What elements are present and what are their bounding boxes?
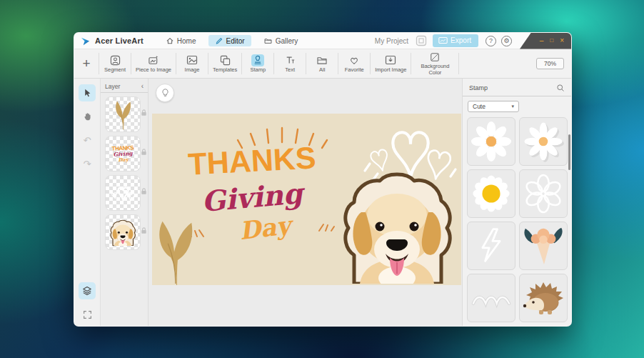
puppy-sticker[interactable] (333, 171, 461, 284)
toolbar-item-text[interactable]: Text (274, 49, 306, 78)
app-title: Acer LiveArt (95, 36, 144, 45)
undo-icon: ↶ (84, 135, 91, 146)
lightbulb-icon (161, 88, 170, 98)
background-color-icon (430, 52, 440, 62)
squiggle-stamp-icon (471, 277, 512, 319)
segment-icon (110, 55, 121, 66)
piece-to-image-icon (148, 55, 159, 66)
toolbar-item-image[interactable]: Image (176, 49, 208, 78)
text-icon (285, 55, 296, 65)
stamp-category-dropdown[interactable]: Cute ▾ (468, 101, 519, 112)
layer-item-leaf[interactable] (101, 93, 148, 132)
stamp-panel-title: Stamp (469, 84, 488, 91)
layer-item-puppy[interactable] (101, 211, 148, 250)
cursor-icon (83, 88, 92, 98)
daisy-shadow-stamp-icon (523, 121, 564, 162)
save-project-icon[interactable] (416, 35, 427, 46)
tab-home-label: Home (177, 37, 196, 45)
settings-button[interactable]: ⚙ (501, 36, 512, 46)
title-bar: Acer LiveArt Home Editor Gallery My Proj… (74, 33, 571, 49)
design-canvas[interactable]: THANKS Giving Day (152, 114, 461, 285)
layer-item-hearts[interactable] (101, 171, 148, 211)
hand-tool[interactable] (79, 108, 96, 125)
toolbar-item-templates[interactable]: Templates (208, 49, 241, 78)
import-image-icon (385, 55, 396, 65)
leaf-thumbnail (111, 99, 135, 130)
window-controls: – □ × (520, 33, 571, 49)
select-tool[interactable] (79, 84, 96, 101)
stamp-card-lightning[interactable] (467, 222, 515, 270)
stamp-category-value: Cute (473, 103, 485, 110)
home-icon (166, 36, 174, 45)
tab-gallery[interactable]: Gallery (257, 35, 305, 46)
layers-toggle[interactable] (79, 282, 96, 299)
project-name: My Project (375, 37, 408, 45)
export-button[interactable]: Export (433, 34, 478, 47)
tab-gallery-label: Gallery (276, 37, 298, 45)
lock-icon[interactable] (140, 227, 148, 234)
chevron-down-icon: ▾ (511, 104, 514, 109)
text-layer-thumbnail: THANKS Giving Day (111, 145, 134, 162)
hearts-layer-thumbnail (109, 182, 137, 204)
layers-panel-title: Layer (105, 83, 120, 90)
yellow-center-flower-stamp-icon (471, 173, 512, 214)
hand-icon (83, 111, 92, 121)
fit-screen-icon (83, 310, 92, 319)
toolbar-item-all[interactable]: All (306, 49, 338, 78)
help-icon: ? (489, 37, 493, 44)
undo-button[interactable]: ↶ (79, 131, 96, 149)
lightning-stamp-icon (471, 226, 511, 266)
layer-item-text[interactable]: THANKS Giving Day (101, 132, 148, 171)
stamp-card-bouquet[interactable] (519, 222, 568, 270)
tab-editor[interactable]: Editor (208, 35, 251, 46)
redo-button[interactable]: ↷ (79, 155, 96, 172)
layers-panel: Layer ‹ THANKS Giving Day (101, 79, 149, 327)
layers-icon (82, 286, 92, 296)
leaf-graphic[interactable] (154, 216, 196, 285)
add-button[interactable]: + (74, 49, 99, 78)
lock-icon[interactable] (140, 148, 148, 156)
close-button[interactable]: × (560, 37, 564, 44)
gear-icon: ⚙ (503, 37, 509, 44)
stamp-card-hedgehog[interactable] (519, 274, 568, 322)
app-window: Acer LiveArt Home Editor Gallery My Proj… (74, 32, 572, 327)
toolbar-item-favorite[interactable]: Favorite (338, 49, 370, 78)
outline-flower-stamp-icon (523, 173, 564, 214)
stamp-card-daisy[interactable] (467, 117, 515, 166)
fit-screen-button[interactable] (79, 306, 96, 323)
main-toolbar: + Segment Piece to Image Image Templates… (74, 49, 571, 79)
collapse-panel-icon[interactable]: ‹ (141, 82, 144, 90)
daisy-stamp-icon (471, 121, 512, 162)
zoom-level[interactable]: 70% (536, 58, 564, 69)
templates-icon (220, 55, 231, 66)
image-icon (186, 55, 198, 65)
minimize-button[interactable]: – (540, 37, 544, 44)
toolbar-item-background-color[interactable]: Background Color (411, 49, 458, 78)
puppy-thumbnail (108, 219, 138, 246)
stamp-card-yellow-flower[interactable] (467, 169, 515, 218)
toolbar-item-segment[interactable]: Segment (99, 49, 131, 78)
stamp-card-outline-flower[interactable] (519, 169, 568, 218)
lock-icon[interactable] (140, 187, 148, 195)
search-icon[interactable] (556, 84, 565, 92)
panel-scrollbar[interactable] (568, 134, 570, 170)
heart-icon (349, 56, 359, 65)
pencil-icon (215, 36, 223, 45)
bouquet-stamp-icon (523, 225, 564, 267)
export-icon (438, 36, 448, 44)
hedgehog-stamp-icon (522, 280, 565, 316)
stamp-card-squiggle[interactable] (467, 274, 515, 322)
stamp-panel: Stamp Cute ▾ (462, 79, 571, 327)
maximize-button[interactable]: □ (550, 38, 553, 44)
lock-icon[interactable] (140, 109, 148, 116)
canvas-area: THANKS Giving Day (149, 79, 462, 327)
toolbar-item-piece-to-image[interactable]: Piece to Image (131, 49, 176, 78)
stamp-card-daisy-shadow[interactable] (519, 117, 568, 166)
toolbar-item-import-image[interactable]: Import Image (371, 49, 411, 78)
export-label: Export (451, 36, 471, 44)
gallery-icon (263, 36, 273, 45)
tab-home[interactable]: Home (159, 35, 203, 46)
help-button[interactable]: ? (485, 36, 496, 46)
toolbar-item-stamp[interactable]: Stamp (242, 49, 273, 78)
tips-button[interactable] (156, 84, 174, 102)
